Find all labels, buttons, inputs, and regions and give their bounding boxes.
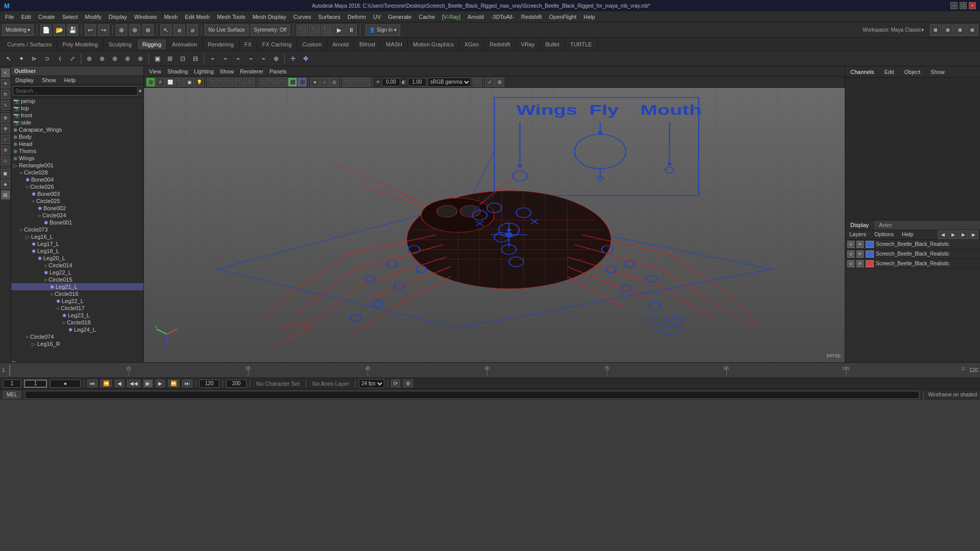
render-btn1[interactable]: ⬛ — [297, 24, 308, 36]
menu-file[interactable]: File — [2, 13, 17, 21]
tool-c2[interactable]: ⌁ — [219, 53, 231, 64]
save-scene-btn[interactable]: 💾 — [67, 24, 78, 36]
lp-move[interactable]: ✛ — [1, 79, 10, 88]
menu-create[interactable]: Create — [35, 13, 58, 21]
layer-2-v[interactable]: V — [847, 251, 854, 258]
tree-item-leg17-l[interactable]: ✱Leg17_L — [11, 240, 143, 247]
menu-openflight[interactable]: OpenFlight — [546, 13, 579, 21]
tree-item-bone003[interactable]: ✱Bone003 — [11, 190, 143, 197]
tree-item-leg20-l[interactable]: ✱Leg20_L — [11, 255, 143, 262]
vp-tb-textured[interactable]: ▣ — [185, 78, 194, 87]
render-btn2[interactable]: ⬛ — [309, 24, 320, 36]
vp-tb-dot2[interactable]: ○ — [320, 78, 329, 87]
tree-item-circle018[interactable]: ○Circle018 — [11, 319, 143, 326]
cb-menu-edit[interactable]: Edit — [881, 68, 897, 76]
vp-exposure-input[interactable] — [408, 78, 426, 86]
mel-button[interactable]: MEL — [3, 391, 21, 398]
menu-mesh-tools[interactable]: Mesh Tools — [214, 13, 248, 21]
current-frame-input[interactable] — [24, 380, 47, 388]
tree-item-circle026[interactable]: ○Circle026 — [11, 183, 143, 190]
vp-tb-v11[interactable]: ⬛ — [342, 78, 352, 87]
tab-mash[interactable]: MASH — [381, 39, 408, 49]
tree-item-persp[interactable]: 📷persp — [11, 97, 143, 105]
menu-edit[interactable]: Edit — [18, 13, 34, 21]
tree-item-circle074[interactable]: ○Circle074 — [11, 333, 143, 340]
tool-r1[interactable]: ▣ — [152, 53, 163, 64]
tree-item-circle024[interactable]: ○Circle024 — [11, 212, 143, 219]
out-menu-help[interactable]: Help — [60, 76, 80, 84]
lp-tool5[interactable]: ◇ — [1, 156, 10, 165]
tree-item-leg22-l-2[interactable]: ✱Leg22_L — [11, 297, 143, 305]
tree-item-circle073[interactable]: ○Circle073 — [11, 226, 143, 233]
ws-icon3[interactable]: ▦ — [954, 24, 966, 36]
layers-tab-anim[interactable]: Anim — [874, 220, 897, 230]
tab-vray[interactable]: VRay — [516, 39, 541, 49]
no-character-set-label[interactable]: No Character Set — [253, 381, 303, 387]
tool-c1[interactable]: ⌁ — [207, 53, 218, 64]
tree-item-circle016[interactable]: ○Circle016 — [11, 290, 143, 297]
layers-tab-display[interactable]: Display — [845, 220, 874, 230]
vp-tb-dot1[interactable]: ● — [310, 78, 320, 87]
lp-tool8[interactable]: ▤ — [1, 190, 10, 199]
tab-xgen[interactable]: XGen — [459, 39, 484, 49]
mode-selector[interactable]: Modeling ▾ — [2, 24, 34, 36]
tree-item-bone001[interactable]: ✱Bone001 — [11, 219, 143, 226]
menu-cache[interactable]: Cache — [415, 13, 438, 21]
ws-icon2[interactable]: ▦ — [942, 24, 953, 36]
vp-tb-v5[interactable]: ⬛ — [246, 78, 255, 87]
tree-item-head[interactable]: ⊕Head — [11, 140, 143, 147]
tool-r4[interactable]: ⊟ — [190, 53, 201, 64]
skip-fwd-btn[interactable]: ⏭ — [182, 380, 192, 387]
sign-in-btn[interactable]: 👤 Sign In ▾ — [365, 24, 400, 36]
tab-turtle[interactable]: TURTLE — [565, 39, 598, 49]
menu-uv[interactable]: UV — [370, 13, 384, 21]
tree-item-bone002[interactable]: ✱Bone002 — [11, 205, 143, 212]
lp-tool7[interactable]: ◈ — [1, 180, 10, 189]
tree-item-thorns[interactable]: ⊕Thorns — [11, 147, 143, 155]
minimize-button[interactable]: − — [950, 2, 958, 9]
play-anim-btn[interactable]: ▶ — [333, 24, 345, 36]
prev-key-btn[interactable]: ⏪ — [101, 380, 112, 387]
vp-resize1[interactable]: ⤢ — [485, 78, 495, 87]
vp-menu-panels[interactable]: Panels — [266, 68, 290, 75]
layers-menu-options[interactable]: Options — [870, 230, 898, 239]
menu-display[interactable]: Display — [106, 13, 130, 21]
layers-menu-help[interactable]: Help — [898, 230, 918, 239]
tree-item-circle028[interactable]: ○Circle028 — [11, 169, 143, 176]
symmetry-btn[interactable]: Symmetry: Off — [251, 24, 290, 36]
menu-help[interactable]: Help — [580, 13, 598, 21]
search-dropdown[interactable]: ▾ — [139, 88, 142, 94]
pause-btn[interactable]: ⏸ — [346, 24, 357, 36]
vp-colorspace-select[interactable]: sRGB gamma — [428, 78, 471, 87]
play-fwd-btn[interactable]: ▶ — [143, 380, 153, 387]
tool-weight[interactable]: ⊕ — [135, 53, 146, 64]
vp-tb-v10[interactable]: ⬛ — [298, 78, 307, 87]
lp-select[interactable]: ↖ — [1, 68, 10, 78]
layer-3-p[interactable]: P — [856, 260, 864, 267]
vp-tb-v9[interactable]: ⬛ — [288, 78, 297, 87]
tab-rendering[interactable]: Rendering — [203, 39, 239, 49]
viewport-canvas[interactable]: Wings Fly Mouth — [144, 88, 845, 362]
tool-arrow[interactable]: ↖ — [3, 53, 14, 64]
tool-r2[interactable]: ⊞ — [164, 53, 176, 64]
tree-item-circle017[interactable]: ○Circle017 — [11, 305, 143, 312]
close-button[interactable]: × — [969, 2, 976, 9]
tab-animation[interactable]: Animation — [167, 39, 203, 49]
layer-1-v[interactable]: V — [847, 241, 854, 248]
new-scene-btn[interactable]: 📄 — [40, 24, 52, 36]
vp-menu-renderer[interactable]: Renderer — [237, 68, 266, 75]
cb-menu-channels[interactable]: Channels — [847, 68, 877, 76]
undo-btn[interactable]: ↩ — [85, 24, 96, 36]
play-rev-btn[interactable]: ◀◀ — [127, 380, 140, 387]
layer-1-p[interactable]: P — [856, 241, 864, 248]
tree-item-circle015[interactable]: ○Circle015 — [11, 276, 143, 283]
tree-item-leg18-l[interactable]: ✱Leg18_L — [11, 247, 143, 255]
tree-item-side[interactable]: 📷side — [11, 119, 143, 126]
vp-tb-v1[interactable]: ⬛ — [207, 78, 216, 87]
lp-tool1[interactable]: ⊕ — [1, 113, 10, 122]
vp-tb-light[interactable]: 💡 — [194, 78, 204, 87]
tab-motion-graphics[interactable]: Motion Graphics — [408, 39, 459, 49]
vp-tb-grid[interactable]: # — [156, 78, 165, 87]
out-menu-display[interactable]: Display — [11, 76, 38, 84]
tab-bullet[interactable]: Bullet — [541, 39, 566, 49]
